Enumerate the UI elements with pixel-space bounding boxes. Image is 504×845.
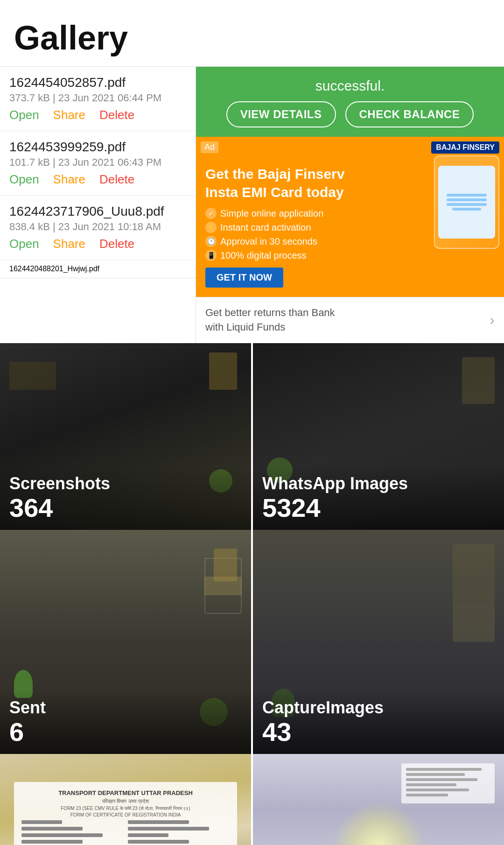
chevron-right-icon: › [490,311,495,329]
delete-button[interactable]: Delete [99,108,134,122]
album-tile-capture[interactable]: CaptureImages 43 [253,530,504,754]
album-tile-snapnotes[interactable]: SnapNotes 3 [253,754,504,845]
doc-line [21,827,83,831]
album-count: 6 [9,718,242,746]
pdf-item-partial: 1624420488201_Hwjwj.pdf [0,260,196,278]
album-name: Sent [9,697,242,718]
snap-note-lines [401,763,495,803]
pdf-actions: Open Share Delete [9,108,186,127]
album-name: Screenshots [9,473,242,493]
decor [453,605,495,642]
ad-feature: 📱 100% digital process [205,250,495,261]
document-overlay: TRANSPORT DEPARTMENT UTTAR PRADESH परिवह… [14,782,237,845]
payment-buttons: VIEW DETAILS CHECK BALANCE [226,101,474,127]
feature-icon: 🕐 [205,236,217,247]
pdf-actions: Open Share Delete [9,237,186,256]
album-overlay: Screenshots 364 [0,466,251,530]
payment-success-text: successful. [315,78,385,94]
ad-phone-line [447,203,487,206]
open-button[interactable]: Open [9,108,39,122]
feature-text: 100% digital process [220,250,307,261]
doc-col-left [21,820,123,845]
pdf-name: 1624420488201_Hwjwj.pdf [9,265,99,273]
decor [204,577,242,595]
pdf-name: 1624454052857.pdf [9,75,186,90]
page-title: Gallery [14,19,490,57]
album-tile-sent[interactable]: Sent 6 [0,530,253,754]
snap-line [406,773,465,776]
ad-title: Get the Bajaj Finserv Insta EMI Card tod… [205,165,345,201]
album-thumbnail [253,754,504,845]
doc-line [128,820,189,824]
pdf-meta: 838.4 kB | 23 Jun 2021 10:18 AM [9,221,186,233]
share-button[interactable]: Share [53,237,85,251]
liquid-funds-bar[interactable]: Get better returns than Bankwith Liquid … [196,297,504,343]
album-name: WhatsApp Images [262,473,495,493]
album-count: 364 [9,493,242,522]
album-name: CaptureImages [262,697,495,718]
snap-line [406,768,482,771]
decor [209,352,237,390]
view-details-button[interactable]: VIEW DETAILS [226,101,336,127]
feature-text: Instant card activation [220,222,311,233]
album-overlay: CaptureImages 43 [253,690,504,754]
ad-banner[interactable]: Ad BAJAJ FINSERY Get the Bajaj Finserv I… [196,137,504,297]
check-balance-button[interactable]: CHECK BALANCE [345,101,474,127]
doc-subtitle: FORM OF CERTIFICATE OF REGISTRATION INDI… [21,812,230,817]
album-thumbnail: TRANSPORT DEPARTMENT UTTAR PRADESH परिवह… [0,754,251,845]
decor [462,357,495,404]
pdf-meta: 101.7 kB | 23 Jun 2021 06:43 PM [9,156,186,169]
ad-phone-line [447,194,487,197]
doc-columns [21,820,230,845]
snap-line [406,794,448,796]
doc-hindi: परिवहन विभाग उत्तर प्रदेश [21,798,230,804]
doc-title: TRANSPORT DEPARTMENT UTTAR PRADESH [21,789,230,796]
doc-col-right [128,820,230,845]
ad-label: Ad [201,141,218,153]
album-overlay: WhatsApp Images 5324 [253,466,504,530]
doc-line [21,833,103,837]
bajaj-logo: BAJAJ FINSERY [431,141,499,154]
pdf-name: 1624423717906_Uuu8.pdf [9,204,186,219]
share-button[interactable]: Share [53,108,85,122]
pdf-actions: Open Share Delete [9,172,186,191]
album-overlay: Sent 6 [0,690,251,754]
ad-phone-line [452,208,481,211]
feature-text: Simple online application [220,208,323,219]
albums-row-1: Screenshots 364 WhatsApp Images 5324 [0,343,504,530]
share-button[interactable]: Share [53,172,85,187]
pdf-name: 1624453999259.pdf [9,140,186,155]
ad-phone-mockup [434,155,499,249]
decor [9,362,56,390]
feature-icon: 📱 [205,250,217,261]
doc-line [128,833,168,837]
album-count: 43 [262,718,495,746]
liquid-funds-text: Get better returns than Bankwith Liquid … [205,306,335,335]
right-panel: successful. VIEW DETAILS CHECK BALANCE A… [196,67,504,343]
ad-phone-screen [438,166,495,239]
album-tile-whatsapp[interactable]: WhatsApp Images 5324 [253,343,504,530]
pdf-meta: 373.7 kB | 23 Jun 2021 06:44 PM [9,92,186,104]
open-button[interactable]: Open [9,237,39,251]
page-header: Gallery [0,0,504,66]
delete-button[interactable]: Delete [99,172,134,187]
feature-icon: ⚡ [205,222,217,233]
albums-row-2: Sent 6 CaptureImages 43 [0,530,504,754]
snap-line [406,778,477,781]
pdf-item: 1624453999259.pdf 101.7 kB | 23 Jun 2021… [0,131,196,196]
albums-row-3: TRANSPORT DEPARTMENT UTTAR PRADESH परिवह… [0,754,504,845]
doc-line [21,820,62,824]
get-it-now-button[interactable]: GET IT NOW [205,268,283,288]
album-tile-screenshots[interactable]: Screenshots 364 [0,343,253,530]
feature-text: Approval in 30 seconds [220,236,317,247]
doc-form: FORM 23 (SEE CMV RULE के फॉर्म 23 (से.मो… [21,806,230,811]
open-button[interactable]: Open [9,172,39,187]
doc-line [128,840,189,844]
payment-success-panel: successful. VIEW DETAILS CHECK BALANCE [196,67,504,137]
glow-effect [332,801,425,845]
doc-line [128,827,209,831]
snap-line [406,783,456,786]
album-tile-camera[interactable]: TRANSPORT DEPARTMENT UTTAR PRADESH परिवह… [0,754,253,845]
pdf-item: 1624423717906_Uuu8.pdf 838.4 kB | 23 Jun… [0,196,196,260]
delete-button[interactable]: Delete [99,237,134,251]
